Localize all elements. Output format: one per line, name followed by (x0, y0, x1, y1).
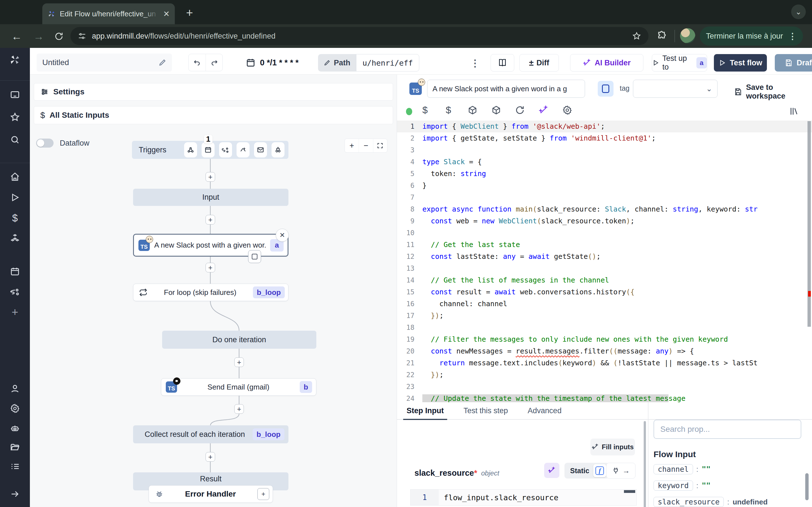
sidebar-item-runs[interactable] (0, 193, 30, 202)
prop-row-channel[interactable]: channel : "" (654, 463, 812, 475)
back-icon[interactable]: ← (11, 31, 22, 43)
url-text[interactable]: app.windmill.dev/flows/edit/u/henri/effe… (92, 32, 275, 41)
static-inputs-icon[interactable]: $ (422, 105, 428, 115)
expr-text[interactable]: flow_input.slack_resource (439, 490, 637, 505)
triggers-node[interactable]: Triggers 1 (132, 141, 289, 159)
tab-test-this-step[interactable]: Test this step (463, 402, 508, 419)
add-step-button[interactable]: + (206, 172, 215, 182)
http-route-trigger-button[interactable] (219, 142, 232, 158)
code-line[interactable]: 15 const result = await web.conversation… (397, 286, 812, 298)
variables-icon[interactable]: $ (446, 105, 451, 115)
tab-search-chevron-icon[interactable]: ⌄ (791, 4, 806, 19)
prop-name[interactable]: channel (654, 464, 693, 474)
fit-view-button[interactable] (373, 139, 387, 152)
search-prop-input[interactable]: Search prop... (654, 420, 801, 439)
ai-fill-field-button[interactable] (544, 463, 559, 478)
early-stop-button[interactable] (248, 250, 261, 263)
library-icon[interactable] (789, 106, 799, 116)
scan-trigger-button[interactable] (271, 142, 285, 158)
code-line[interactable]: 12 const lastState: any = await getState… (397, 251, 812, 263)
add-error-handler-button[interactable]: + (257, 488, 269, 500)
gear-icon[interactable] (562, 105, 572, 115)
code-line[interactable]: 8export async function main(slack_resour… (397, 203, 812, 215)
reload-icon[interactable] (515, 105, 525, 115)
sidebar-item-users[interactable] (0, 384, 30, 394)
code-line[interactable]: 6} (397, 180, 812, 191)
path-value[interactable]: u/henri/eff (356, 54, 419, 71)
sidebar-item-settings[interactable] (0, 403, 30, 413)
function-mode-button[interactable]: f (593, 464, 606, 477)
step-summary-input[interactable]: A new Slack post with a given word in a … (427, 80, 585, 98)
package-icon[interactable] (467, 105, 477, 115)
code-line[interactable]: 18 (397, 322, 812, 334)
sidebar-item-search[interactable] (0, 135, 30, 145)
step-node-forloop[interactable]: For loop (skip failures) b_loop (133, 284, 289, 301)
undo-button[interactable] (189, 54, 206, 71)
code-line[interactable]: 9 const web = new WebClient(slack_resour… (397, 215, 812, 227)
code-line[interactable]: 17 }); (397, 310, 812, 322)
code-line[interactable]: 7 (397, 191, 812, 203)
sidebar-item-workers[interactable] (0, 423, 30, 433)
redo-button[interactable] (206, 54, 222, 71)
step-node-slack[interactable]: TS A new Slack post with a given wor... … (133, 234, 289, 257)
add-step-button[interactable]: + (234, 357, 244, 367)
sidebar-item-routes[interactable] (0, 287, 30, 297)
url-bar[interactable]: app.windmill.dev/flows/edit/u/henri/effe… (70, 27, 649, 45)
websocket-trigger-button[interactable] (237, 142, 250, 158)
bookmark-star-icon[interactable] (632, 32, 641, 41)
sidebar-item-schedules[interactable] (0, 267, 30, 277)
prop-row-keyword[interactable]: keyword : "" (654, 480, 812, 492)
new-tab-button[interactable]: + (186, 6, 193, 20)
toggle-editor-layout-button[interactable] (598, 81, 613, 97)
path-button[interactable]: Path (318, 54, 356, 71)
ai-wand-icon[interactable] (539, 105, 549, 115)
code-line[interactable]: 22 }); (397, 369, 812, 381)
add-step-button[interactable]: + (206, 452, 215, 462)
props-panel-scrollbar[interactable] (805, 473, 809, 500)
prop-row-slack-resource[interactable]: slack_resource : undefined (654, 496, 812, 507)
dataflow-toggle[interactable] (36, 138, 54, 148)
collect-result-node[interactable]: Collect result of each iteration b_loop (133, 425, 289, 443)
email-trigger-button[interactable] (254, 142, 267, 158)
code-line[interactable]: 16 channel: channel (397, 298, 812, 310)
test-up-to-button[interactable]: Test up to a (652, 54, 707, 71)
code-line[interactable]: 20 const newMessages = result.messages.f… (397, 345, 812, 357)
browser-update-button[interactable]: Terminer la mise à jour ⋮ (700, 26, 803, 46)
site-settings-icon[interactable] (78, 32, 86, 40)
connect-input-button[interactable]: → (606, 463, 636, 478)
code-line[interactable]: 21 return message.text.includes(keyword)… (397, 357, 812, 369)
schedule-trigger-button[interactable]: 1 (202, 142, 214, 158)
prop-name[interactable]: keyword (654, 481, 693, 491)
zoom-in-button[interactable]: + (345, 139, 359, 152)
add-step-button[interactable]: + (234, 404, 244, 414)
add-step-button[interactable]: + (206, 263, 215, 272)
add-step-button[interactable]: + (206, 215, 215, 224)
sidebar-item-workspace[interactable] (0, 90, 30, 100)
code-line[interactable]: 11 // Get the last state (397, 239, 812, 251)
sidebar-item-favorites[interactable] (0, 112, 30, 122)
save-draft-button[interactable]: Draft (775, 54, 812, 71)
path-selector[interactable]: Path u/henri/eff (318, 54, 419, 71)
docs-book-button[interactable] (491, 54, 514, 71)
test-up-to-step-badge[interactable]: a (696, 57, 707, 68)
code-line[interactable]: 4type Slack = { (397, 156, 812, 168)
tab-close-icon[interactable]: ✕ (163, 9, 170, 18)
windmill-logo[interactable] (0, 54, 30, 66)
code-line[interactable]: 14 // Get the list of messages in the ch… (397, 274, 812, 286)
tag-select[interactable]: ⌄ (633, 80, 718, 98)
sidebar-item-resources[interactable] (0, 233, 30, 243)
diff-button[interactable]: ± Diff (519, 54, 559, 71)
step-node-send-email[interactable]: TS Send Email (gmail) b (161, 378, 316, 396)
step-panel-scrollbar[interactable] (644, 421, 646, 507)
code-line[interactable]: 3 (397, 144, 812, 156)
browser-profile-avatar[interactable] (680, 28, 695, 43)
schedule-cron-button[interactable]: 0 */1 * * * * (246, 54, 299, 71)
test-flow-button[interactable]: Test flow (714, 54, 767, 71)
code-line[interactable]: 2import { getState, setState } from 'win… (397, 132, 812, 144)
code-line[interactable]: 13 (397, 263, 812, 274)
forward-icon[interactable]: → (33, 31, 44, 43)
sidebar-item-audit-logs[interactable] (0, 461, 30, 471)
code-line[interactable]: 5 token: string (397, 168, 812, 180)
tab-advanced[interactable]: Advanced (528, 402, 562, 419)
flow-input-node[interactable]: Input (133, 189, 289, 206)
